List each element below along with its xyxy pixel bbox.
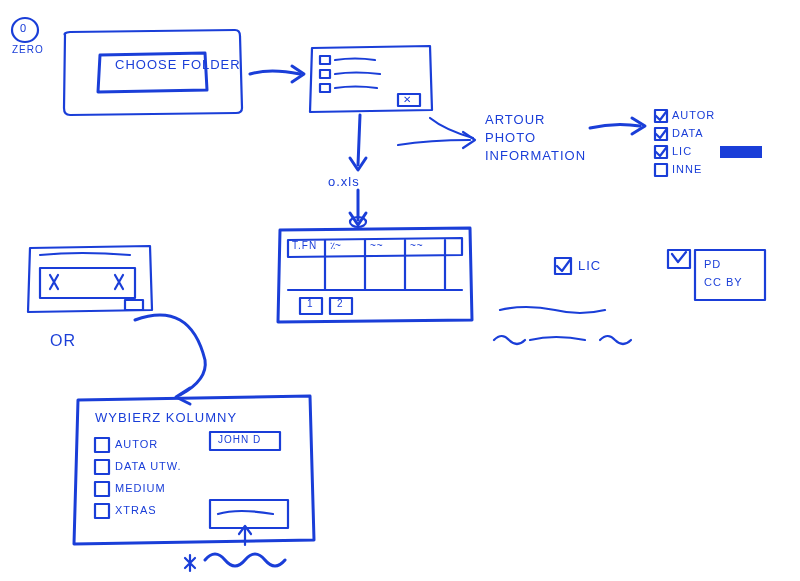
column-dialog-title: WYBIERZ KOLUMNY (95, 410, 237, 425)
choose-folder-window (64, 30, 242, 115)
lic-checkbox-label[interactable]: LIC (578, 258, 601, 273)
spreadsheet-col-scribble-1: ٪~ (330, 240, 341, 251)
choose-folder-label: CHOOSE FOLDER (115, 58, 195, 72)
lic-opt-1[interactable]: PD (704, 258, 721, 270)
pager-2[interactable]: 2 (337, 298, 344, 309)
svg-rect-0 (320, 56, 330, 64)
pager-1[interactable]: 1 (307, 298, 314, 309)
svg-rect-6 (655, 164, 667, 176)
lic-opt-2[interactable]: CC BY (704, 276, 743, 288)
spreadsheet-col-scribble-3: ~~ (410, 240, 424, 251)
whiteboard-sketch: 0 ZERO CHOOSE FOLDER ✕ o.xls ARTOUR PHOT… (0, 0, 800, 581)
step-zero-word: ZERO (12, 44, 44, 55)
step-zero-digit: 0 (20, 22, 27, 34)
or-label: OR (50, 332, 76, 350)
photo-info-line3: INFORMATION (485, 148, 586, 163)
column-dialog-example: JOHN D (218, 434, 261, 445)
checklist-item-2[interactable]: LIC (672, 145, 692, 157)
svg-rect-15 (95, 460, 109, 474)
column-dialog-row-1[interactable]: DATA UTW. (115, 460, 182, 472)
checklist-item-3[interactable]: INNE (672, 163, 702, 175)
spreadsheet-col-scribble-2: ~~ (370, 240, 384, 251)
xls-label: o.xls (328, 174, 360, 189)
svg-rect-12 (125, 300, 143, 310)
column-dialog-row-2[interactable]: MEDIUM (115, 482, 166, 494)
svg-rect-14 (95, 438, 109, 452)
svg-rect-16 (95, 482, 109, 496)
svg-rect-2 (320, 84, 330, 92)
choose-folder-button[interactable]: CHOOSE FOLDER (115, 58, 195, 72)
file-list-ok[interactable]: ✕ (403, 94, 412, 105)
photo-info-line1: ARTOUR (485, 112, 545, 127)
svg-rect-17 (95, 504, 109, 518)
thumb-card (28, 246, 152, 312)
arrow-3 (398, 118, 473, 145)
photo-info-line2: PHOTO (485, 130, 536, 145)
svg-rect-1 (320, 70, 330, 78)
checklist-item-0[interactable]: AUTOR (672, 109, 715, 121)
spreadsheet-col1: T.FN (292, 240, 317, 251)
arrow-4 (590, 124, 640, 128)
checklist-item-1[interactable]: DATA (672, 127, 704, 139)
column-dialog-row-0[interactable]: AUTOR (115, 438, 158, 450)
svg-rect-7 (720, 146, 762, 158)
arrow-2 (358, 115, 360, 165)
arrow-6 (135, 315, 205, 395)
arrow-1 (250, 71, 300, 74)
column-dialog-row-3[interactable]: XTRAS (115, 504, 157, 516)
